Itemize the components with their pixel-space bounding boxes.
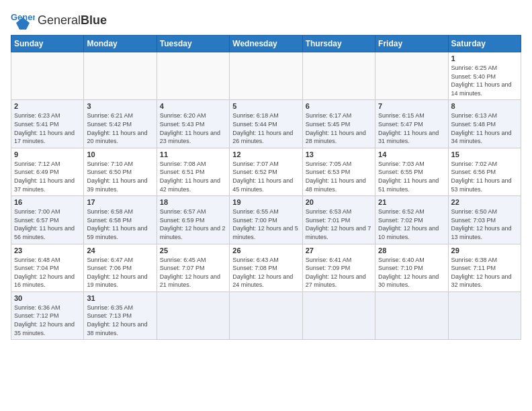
day-info: Sunrise: 7:07 AM Sunset: 6:52 PM Dayligh… — [232, 160, 299, 193]
weekday-header-friday: Friday — [375, 36, 448, 52]
day-number: 7 — [378, 102, 445, 110]
day-number: 4 — [160, 102, 226, 110]
calendar-cell — [375, 52, 448, 100]
calendar-cell: 3Sunrise: 6:21 AM Sunset: 5:42 PM Daylig… — [84, 100, 157, 148]
day-info: Sunrise: 6:38 AM Sunset: 7:11 PM Dayligh… — [451, 256, 518, 289]
calendar-cell — [84, 52, 157, 100]
day-number: 29 — [451, 246, 518, 255]
calendar-cell: 9Sunrise: 7:12 AM Sunset: 6:49 PM Daylig… — [11, 148, 84, 195]
calendar-cell: 2Sunrise: 6:23 AM Sunset: 5:41 PM Daylig… — [11, 100, 84, 148]
day-info: Sunrise: 6:25 AM Sunset: 5:40 PM Dayligh… — [451, 64, 518, 97]
day-info: Sunrise: 7:12 AM Sunset: 6:49 PM Dayligh… — [14, 160, 81, 193]
day-info: Sunrise: 6:47 AM Sunset: 7:06 PM Dayligh… — [87, 256, 153, 289]
calendar-week-row: 30Sunrise: 6:36 AM Sunset: 7:12 PM Dayli… — [11, 291, 521, 339]
calendar-cell: 28Sunrise: 6:40 AM Sunset: 7:10 PM Dayli… — [375, 244, 448, 291]
day-info: Sunrise: 6:23 AM Sunset: 5:41 PM Dayligh… — [14, 111, 81, 145]
calendar-cell — [230, 291, 302, 339]
weekday-header-tuesday: Tuesday — [157, 36, 229, 52]
calendar-cell — [230, 52, 302, 100]
day-number: 13 — [306, 150, 372, 158]
calendar-week-row: 1Sunrise: 6:25 AM Sunset: 5:40 PM Daylig… — [11, 52, 521, 100]
day-info: Sunrise: 6:53 AM Sunset: 7:01 PM Dayligh… — [306, 208, 372, 241]
calendar-cell: 15Sunrise: 7:02 AM Sunset: 6:56 PM Dayli… — [448, 148, 521, 195]
day-info: Sunrise: 6:17 AM Sunset: 5:45 PM Dayligh… — [306, 111, 372, 145]
day-info: Sunrise: 6:15 AM Sunset: 5:47 PM Dayligh… — [378, 111, 445, 145]
calendar-cell — [302, 52, 375, 100]
day-info: Sunrise: 6:36 AM Sunset: 7:12 PM Dayligh… — [14, 304, 81, 337]
day-number: 12 — [232, 150, 299, 158]
day-number: 31 — [87, 294, 153, 302]
weekday-header-sunday: Sunday — [11, 36, 84, 52]
day-number: 16 — [14, 198, 81, 206]
day-number: 5 — [232, 102, 299, 110]
weekday-header-row: SundayMondayTuesdayWednesdayThursdayFrid… — [11, 36, 521, 52]
day-number: 8 — [451, 102, 518, 110]
calendar-cell: 5Sunrise: 6:18 AM Sunset: 5:44 PM Daylig… — [230, 100, 302, 148]
calendar-cell: 10Sunrise: 7:10 AM Sunset: 6:50 PM Dayli… — [84, 148, 157, 195]
day-info: Sunrise: 6:21 AM Sunset: 5:42 PM Dayligh… — [87, 111, 153, 145]
calendar-cell — [375, 291, 448, 339]
calendar-cell: 17Sunrise: 6:58 AM Sunset: 6:58 PM Dayli… — [84, 196, 157, 244]
page-header: General GeneralBlue — [11, 11, 521, 30]
day-info: Sunrise: 6:57 AM Sunset: 6:59 PM Dayligh… — [160, 208, 226, 241]
logo: General GeneralBlue — [11, 11, 107, 30]
calendar-cell — [157, 52, 229, 100]
weekday-header-monday: Monday — [84, 36, 157, 52]
weekday-header-saturday: Saturday — [448, 36, 521, 52]
calendar-cell: 8Sunrise: 6:13 AM Sunset: 5:48 PM Daylig… — [448, 100, 521, 148]
day-info: Sunrise: 6:58 AM Sunset: 6:58 PM Dayligh… — [87, 208, 153, 241]
day-number: 25 — [160, 246, 226, 255]
calendar-cell: 18Sunrise: 6:57 AM Sunset: 6:59 PM Dayli… — [157, 196, 229, 244]
calendar-cell: 6Sunrise: 6:17 AM Sunset: 5:45 PM Daylig… — [302, 100, 375, 148]
calendar-cell: 19Sunrise: 6:55 AM Sunset: 7:00 PM Dayli… — [230, 196, 302, 244]
day-number: 20 — [306, 198, 372, 206]
day-number: 30 — [14, 294, 81, 302]
day-info: Sunrise: 6:55 AM Sunset: 7:00 PM Dayligh… — [232, 208, 299, 241]
day-info: Sunrise: 7:02 AM Sunset: 6:56 PM Dayligh… — [451, 160, 518, 193]
calendar-cell: 11Sunrise: 7:08 AM Sunset: 6:51 PM Dayli… — [157, 148, 229, 195]
day-number: 6 — [306, 102, 372, 110]
day-info: Sunrise: 7:05 AM Sunset: 6:53 PM Dayligh… — [306, 160, 372, 193]
day-number: 21 — [378, 198, 445, 206]
day-info: Sunrise: 7:00 AM Sunset: 6:57 PM Dayligh… — [14, 208, 81, 241]
calendar-cell: 27Sunrise: 6:41 AM Sunset: 7:09 PM Dayli… — [302, 244, 375, 291]
day-info: Sunrise: 6:43 AM Sunset: 7:08 PM Dayligh… — [232, 256, 299, 289]
day-number: 22 — [451, 198, 518, 206]
day-info: Sunrise: 6:48 AM Sunset: 7:04 PM Dayligh… — [14, 256, 81, 289]
day-number: 26 — [232, 246, 299, 255]
day-number: 14 — [378, 150, 445, 158]
calendar-cell: 16Sunrise: 7:00 AM Sunset: 6:57 PM Dayli… — [11, 196, 84, 244]
calendar-cell: 20Sunrise: 6:53 AM Sunset: 7:01 PM Dayli… — [302, 196, 375, 244]
day-info: Sunrise: 7:10 AM Sunset: 6:50 PM Dayligh… — [87, 160, 153, 193]
calendar-cell: 23Sunrise: 6:48 AM Sunset: 7:04 PM Dayli… — [11, 244, 84, 291]
day-info: Sunrise: 6:52 AM Sunset: 7:02 PM Dayligh… — [378, 208, 445, 241]
day-number: 15 — [451, 150, 518, 158]
generalblue-logo-icon: General — [11, 11, 35, 30]
calendar-cell: 12Sunrise: 7:07 AM Sunset: 6:52 PM Dayli… — [230, 148, 302, 195]
calendar-week-row: 23Sunrise: 6:48 AM Sunset: 7:04 PM Dayli… — [11, 244, 521, 291]
day-number: 24 — [87, 246, 153, 255]
calendar-week-row: 9Sunrise: 7:12 AM Sunset: 6:49 PM Daylig… — [11, 148, 521, 195]
calendar-cell: 25Sunrise: 6:45 AM Sunset: 7:07 PM Dayli… — [157, 244, 229, 291]
weekday-header-thursday: Thursday — [302, 36, 375, 52]
day-info: Sunrise: 6:18 AM Sunset: 5:44 PM Dayligh… — [232, 111, 299, 145]
day-info: Sunrise: 7:08 AM Sunset: 6:51 PM Dayligh… — [160, 160, 226, 193]
day-number: 9 — [14, 150, 81, 158]
weekday-header-wednesday: Wednesday — [230, 36, 302, 52]
calendar-cell: 24Sunrise: 6:47 AM Sunset: 7:06 PM Dayli… — [84, 244, 157, 291]
day-info: Sunrise: 6:20 AM Sunset: 5:43 PM Dayligh… — [160, 111, 226, 145]
day-info: Sunrise: 6:13 AM Sunset: 5:48 PM Dayligh… — [451, 111, 518, 145]
day-info: Sunrise: 6:41 AM Sunset: 7:09 PM Dayligh… — [306, 256, 372, 289]
calendar-cell: 21Sunrise: 6:52 AM Sunset: 7:02 PM Dayli… — [375, 196, 448, 244]
logo-text: GeneralBlue — [38, 14, 107, 26]
day-info: Sunrise: 6:40 AM Sunset: 7:10 PM Dayligh… — [378, 256, 445, 289]
day-info: Sunrise: 6:50 AM Sunset: 7:03 PM Dayligh… — [451, 208, 518, 241]
calendar-cell: 1Sunrise: 6:25 AM Sunset: 5:40 PM Daylig… — [448, 52, 521, 100]
day-info: Sunrise: 6:35 AM Sunset: 7:13 PM Dayligh… — [87, 304, 153, 337]
day-number: 18 — [160, 198, 226, 206]
calendar-cell: 14Sunrise: 7:03 AM Sunset: 6:55 PM Dayli… — [375, 148, 448, 195]
calendar-cell: 4Sunrise: 6:20 AM Sunset: 5:43 PM Daylig… — [157, 100, 229, 148]
day-number: 23 — [14, 246, 81, 255]
day-number: 17 — [87, 198, 153, 206]
calendar-table: SundayMondayTuesdayWednesdayThursdayFrid… — [11, 35, 521, 340]
